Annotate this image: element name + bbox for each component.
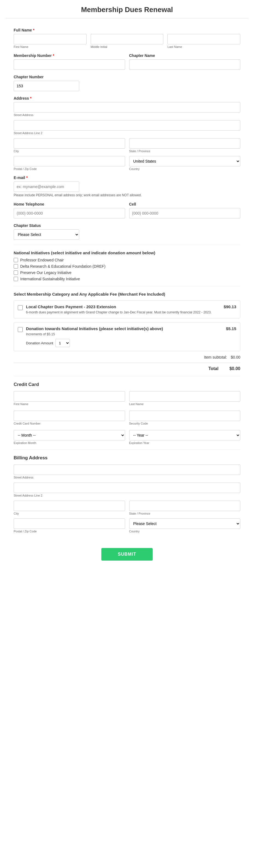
cc-number-input[interactable] [14, 411, 125, 421]
national-initiative-label: Delta Research & Educational Foundation … [20, 264, 105, 269]
chapter-number-input[interactable] [14, 81, 79, 91]
donation-price: $5.15 [226, 326, 236, 331]
chapter-number-label: Chapter Number [14, 75, 240, 79]
street-address-input[interactable] [14, 102, 240, 113]
billing-state-province-input[interactable] [129, 501, 241, 511]
email-input[interactable] [14, 182, 79, 192]
state-province-input[interactable] [129, 138, 241, 149]
street-address2-input[interactable] [14, 120, 240, 130]
cell-input[interactable] [129, 208, 241, 218]
cc-last-name-input[interactable] [129, 391, 241, 402]
billing-state-province-label: State / Province [129, 512, 241, 515]
national-initiative-checkbox-init3[interactable] [14, 271, 18, 275]
billing-country-select[interactable]: Please SelectUnited StatesCanadaMexicoUn… [129, 519, 241, 529]
billing-address-title: Billing Address [14, 455, 240, 461]
cc-number-label: Credit Card Number [14, 422, 125, 425]
total-label: Total [208, 366, 218, 371]
dues-description: 6-month dues payment in alignment with G… [26, 310, 236, 314]
cc-expiration-month-label: Expiration Month [14, 441, 125, 444]
billing-street-address-input[interactable] [14, 465, 240, 475]
city-input[interactable] [14, 138, 125, 149]
billing-city-input[interactable] [14, 501, 125, 511]
donation-checkbox[interactable] [18, 327, 23, 332]
donation-title: Donation towards National Initiatives (p… [26, 326, 163, 331]
cc-security-code-label: Security Code [129, 422, 241, 425]
donation-amount-label: Donation Amount [26, 341, 53, 345]
cc-first-name-input[interactable] [14, 391, 125, 402]
chapter-status-select[interactable]: Please SelectActiveInactive [14, 229, 79, 240]
country-select[interactable]: United StatesCanadaMexicoUnited KingdomO… [129, 156, 241, 166]
dues-price: $90.13 [224, 304, 236, 309]
cell-label: Cell [129, 202, 241, 207]
submit-button[interactable]: SUBMIT [101, 548, 152, 561]
billing-postal-code-input[interactable] [14, 519, 125, 529]
cc-last-name-label: Last Name [129, 402, 241, 406]
chapter-status-label: Chapter Status [14, 223, 240, 228]
middle-initial-input[interactable] [91, 34, 164, 44]
national-initiative-label: International Sustainability Initiative [20, 277, 80, 281]
total-value: $0.00 [229, 366, 240, 371]
state-province-label: State / Province [129, 150, 241, 153]
national-initiative-item: Professor Endowed Chair [14, 258, 240, 262]
last-name-input[interactable] [168, 34, 240, 44]
cc-expiration-year-select[interactable]: -- Year --2024202520262027202820292030 [129, 430, 241, 440]
donation-item: Donation towards National Initiatives (p… [14, 322, 240, 351]
page-title: Membership Dues Renewal [5, 5, 249, 18]
cc-security-code-input[interactable] [129, 411, 241, 421]
national-initiative-checkbox-init4[interactable] [14, 277, 18, 281]
donation-amount-select[interactable]: 12345678910 [56, 339, 70, 347]
home-telephone-input[interactable] [14, 208, 125, 218]
email-label: E-mail * [14, 176, 240, 180]
street-address-label: Street Address [14, 113, 33, 117]
national-initiative-checkbox-init1[interactable] [14, 258, 18, 262]
chapter-name-label: Chapter Name [129, 53, 241, 58]
membership-number-label: Membership Number * [14, 53, 125, 58]
dues-checkbox[interactable] [18, 305, 23, 310]
address-label: Address * [14, 96, 240, 100]
subtotal-value: $0.00 [231, 355, 240, 360]
national-initiative-label: Preserve Our Legacy Initiative [20, 271, 72, 275]
first-name-label: First Name [14, 45, 86, 49]
city-label: City [14, 150, 125, 153]
cc-first-name-label: First Name [14, 402, 125, 406]
billing-street-address-label: Street Address [14, 476, 33, 479]
cc-expiration-month-select[interactable]: -- Month --01 - January02 - February03 -… [14, 430, 125, 440]
home-telephone-label: Home Telephone [14, 202, 125, 207]
national-initiative-item: International Sustainability Initiative [14, 277, 240, 281]
national-initiative-item: Delta Research & Educational Foundation … [14, 264, 240, 269]
email-note: Please include PERSONAL email address on… [14, 193, 240, 197]
billing-country-label: Country [129, 530, 241, 533]
first-name-input[interactable] [14, 34, 86, 44]
membership-number-input[interactable] [14, 59, 125, 70]
postal-code-input[interactable] [14, 156, 125, 166]
national-initiative-checkbox-init2[interactable] [14, 264, 18, 269]
dues-title: Local Chapter Dues Payment - 2023 Extens… [26, 304, 116, 309]
middle-initial-label: Middle Initial [91, 45, 164, 49]
donation-description: Increments of $5.15 [26, 332, 236, 336]
full-name-label: Full Name * [14, 28, 240, 32]
billing-street-address2-input[interactable] [14, 483, 240, 493]
national-initiative-label: Professor Endowed Chair [20, 258, 64, 262]
cc-expiration-year-label: Expiration Year [129, 441, 241, 444]
subtotal-label: Item subtotal: [204, 355, 227, 360]
national-initiative-item: Preserve Our Legacy Initiative [14, 271, 240, 275]
postal-code-label: Postal / Zip Code [14, 167, 125, 170]
credit-card-title: Credit Card [14, 382, 240, 387]
national-initiatives-title: National Initiatives (select initiative … [14, 250, 240, 255]
billing-postal-code-label: Postal / Zip Code [14, 530, 125, 533]
dues-item: Local Chapter Dues Payment - 2023 Extens… [14, 300, 240, 318]
membership-category-title: Select Membership Category and Any Appli… [14, 292, 240, 297]
chapter-name-input[interactable] [129, 59, 241, 70]
last-name-label: Last Name [168, 45, 240, 49]
billing-street-address2-label: Street Address Line 2 [14, 494, 42, 497]
country-label: Country [129, 167, 241, 170]
billing-city-label: City [14, 512, 125, 515]
street-address2-label: Street Address Line 2 [14, 131, 42, 135]
